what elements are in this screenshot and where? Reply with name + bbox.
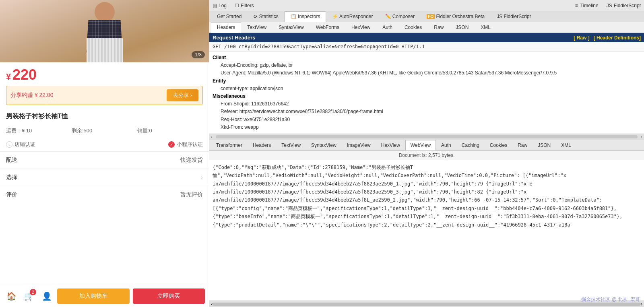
delivery-label: 配送 xyxy=(6,157,17,164)
req-tab-hexview-label: HexView xyxy=(351,25,370,30)
choose-chevron: › xyxy=(201,174,203,181)
user-icon[interactable]: 👤 xyxy=(39,289,54,303)
scroll-right-arrow[interactable]: › xyxy=(641,134,642,139)
filters-icon: ☐ xyxy=(235,3,239,8)
timeline-label: Timeline xyxy=(580,3,599,8)
tab-inspectors[interactable]: 📋 Inspectors xyxy=(285,11,326,22)
horizontal-scroll-bar[interactable]: ‹ › xyxy=(209,134,644,140)
resp-tab-imageview[interactable]: ImageView xyxy=(342,140,376,150)
bottom-scroll-bar[interactable]: ‹ › xyxy=(209,301,644,307)
tab-fiddler-orchestra[interactable]: FO Fiddler Orchestra Beta xyxy=(421,11,491,22)
inspect-icon: 📋 xyxy=(291,14,297,19)
request-headers-title: Request Headers xyxy=(213,35,255,41)
req-tab-cookies-label: Cookies xyxy=(405,25,422,30)
resp-tab-raw[interactable]: Raw xyxy=(512,140,533,150)
from-shopid-field: From-Shopid: 11626316376642 xyxy=(213,100,641,108)
right-panel: ▤ Log ☐ Filters ≡ Timeline JS FiddlerScr… xyxy=(209,0,644,307)
entity-section-title: Entity xyxy=(213,77,641,85)
fiddlerscript-toolbar-item[interactable]: JS FiddlerScript xyxy=(607,3,641,8)
share-bar: 分享约赚 ¥ 22.00 去分享 › xyxy=(6,86,203,105)
delivery-row: 配送 快递发货 xyxy=(0,151,209,169)
fo-badge: FO xyxy=(427,14,435,19)
resp-tab-webview-label: WebView xyxy=(411,142,431,148)
add-cart-button[interactable]: 加入购物车 xyxy=(57,288,130,304)
left-panel: 1/3 ¥ 220 分享约赚 ¥ 22.00 去分享 › 男装格子衬衫长袖T恤 … xyxy=(0,0,209,307)
log-label: Log xyxy=(219,3,227,8)
doc-info: Document is: 2,571 bytes. xyxy=(209,151,644,160)
price-currency: ¥ xyxy=(6,72,11,82)
resp-tab-caching[interactable]: Caching xyxy=(456,140,485,150)
buy-now-button[interactable]: 立即购买 xyxy=(133,288,205,304)
req-tab-auth[interactable]: Auth xyxy=(376,22,398,33)
resp-tab-hexview[interactable]: HexView xyxy=(376,140,405,150)
req-tab-raw[interactable]: Raw xyxy=(428,22,450,33)
miniapp-verification: ✓ 小程序认证 xyxy=(168,141,203,148)
bottom-scroll-track[interactable] xyxy=(213,303,640,306)
tab-statistics[interactable]: ⟳ Statistics xyxy=(248,11,284,22)
tab-statistics-label: Statistics xyxy=(259,14,279,19)
fiddler-main-tabs: Get Started ⟳ Statistics 📋 Inspectors ⚡ … xyxy=(209,11,644,22)
tab-autoresponder[interactable]: ⚡ AutoResponder xyxy=(326,11,379,22)
filters-toolbar-item[interactable]: ☐ Filters xyxy=(235,3,254,8)
resp-tab-xml-label: XML xyxy=(561,142,571,148)
share-button[interactable]: 去分享 › xyxy=(167,89,198,101)
resp-tab-xml[interactable]: XML xyxy=(556,140,576,150)
resp-tab-cookies[interactable]: Cookies xyxy=(485,140,512,150)
accept-encoding-field: Accept-Encoding: gzip, deflate, br xyxy=(213,62,641,69)
tab-composer-label: Composer xyxy=(392,14,415,19)
resp-tab-transformer[interactable]: Transformer xyxy=(211,140,248,150)
resp-tab-auth-label: Auth xyxy=(441,142,451,148)
raw-link[interactable]: [ Raw ] xyxy=(574,35,589,41)
referer-field: Referer: https://servicewechat.com/wxe6f… xyxy=(213,108,641,115)
delivery-value: 快递发货 xyxy=(180,157,203,164)
req-tab-hexview[interactable]: HexView xyxy=(345,22,376,33)
req-tab-textview-label: TextView xyxy=(247,25,266,30)
resp-tab-syntaxview[interactable]: SyntaxView xyxy=(306,140,341,150)
req-tab-raw-label: Raw xyxy=(434,25,444,30)
bottom-scroll-right[interactable]: › xyxy=(641,301,642,307)
req-tab-webforms[interactable]: WebForms xyxy=(310,22,345,33)
req-tab-json[interactable]: JSON xyxy=(450,22,475,33)
autoresponder-icon: ⚡ xyxy=(332,14,338,19)
req-tab-cookies[interactable]: Cookies xyxy=(398,22,428,33)
miniapp-verify-circle: ✓ xyxy=(168,141,175,148)
resp-tab-headers[interactable]: Headers xyxy=(248,140,276,150)
header-defs-link[interactable]: [ Header Definitions] xyxy=(594,35,641,41)
req-host-field: Req-Host: wxe6f751e2882f1a30 xyxy=(213,116,641,124)
price-section: ¥ 220 xyxy=(0,62,209,86)
req-tab-syntaxview[interactable]: SyntaxView xyxy=(272,22,310,33)
choose-row[interactable]: 选择 › xyxy=(0,169,209,186)
req-tab-headers[interactable]: Headers xyxy=(211,22,241,33)
stat-icon: ⟳ xyxy=(254,14,258,19)
scroll-left-arrow[interactable]: ‹ xyxy=(211,134,213,139)
rating-label: 评价 xyxy=(6,191,17,198)
fiddler-top-toolbar: ▤ Log ☐ Filters ≡ Timeline JS FiddlerScr… xyxy=(209,0,644,11)
req-tab-textview[interactable]: TextView xyxy=(241,22,272,33)
req-tab-xml[interactable]: XML xyxy=(475,22,497,33)
meta-stock-label: 剩余:500 xyxy=(72,128,92,134)
tab-fiddlerscript-label: FiddlerScript xyxy=(504,14,531,19)
tab-autoresponder-label: AutoResponder xyxy=(339,14,373,19)
shop-verification: ○ 店铺认证 xyxy=(6,141,35,148)
req-tab-headers-label: Headers xyxy=(217,25,235,30)
tab-get-started[interactable]: Get Started xyxy=(211,11,248,22)
request-url-bar: GET /100 ctById?id=2788159&actType=&alia… xyxy=(209,42,644,52)
meta-shipping-label: 运费：¥ 10 xyxy=(6,128,32,134)
resp-tab-webview[interactable]: WebView xyxy=(405,140,436,150)
tab-composer[interactable]: ✏️ Composer xyxy=(379,11,421,22)
req-tab-xml-label: XML xyxy=(481,25,491,30)
fiddlerscript-icon: JS xyxy=(607,3,612,8)
xkd-from-field: Xkd-From: weapp xyxy=(213,124,641,131)
resp-tab-auth[interactable]: Auth xyxy=(436,140,456,150)
scroll-track[interactable] xyxy=(216,135,638,138)
rating-value: 暂无评价 xyxy=(180,191,203,198)
tab-fiddlerscript[interactable]: JS FiddlerScript xyxy=(491,11,537,22)
cart-icon[interactable]: 🛒 2 xyxy=(22,289,36,303)
resp-tab-json[interactable]: JSON xyxy=(533,140,556,150)
content-type-field: content-type: application/json xyxy=(213,85,641,93)
home-icon[interactable]: 🏠 xyxy=(4,289,19,303)
figure-head xyxy=(95,2,115,22)
resp-tab-textview[interactable]: TextView xyxy=(276,140,306,150)
figure-pants xyxy=(87,38,123,62)
log-toolbar-item[interactable]: ▤ Log xyxy=(213,3,227,8)
